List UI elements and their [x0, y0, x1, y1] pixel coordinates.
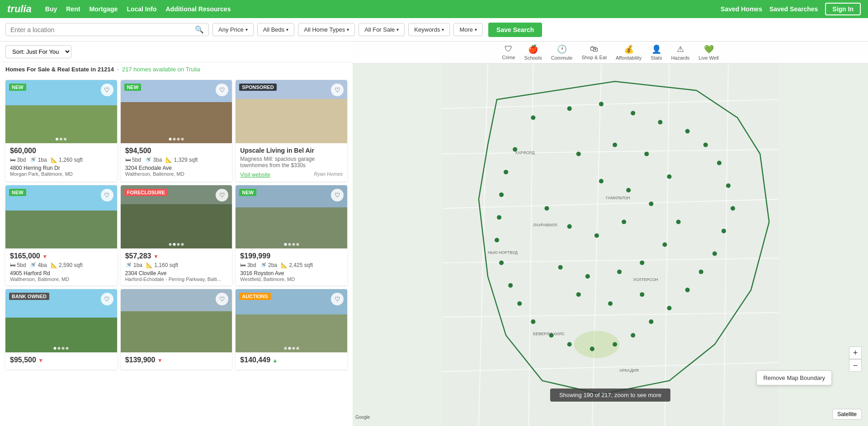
map-status-bar: Showing 190 of 217, zoom to see more [550, 389, 670, 402]
location-input[interactable] [10, 26, 195, 33]
listing-badge: NEW [9, 189, 26, 196]
keywords-filter[interactable]: Keywords ▾ [408, 23, 450, 36]
svg-text:ХАРФОРД: ХАРФОРД [515, 150, 534, 155]
favorite-button[interactable]: ♡ [331, 84, 344, 96]
saved-homes-link[interactable]: Saved Homes [721, 5, 762, 13]
price-arrow-down-icon: ▼ [157, 357, 163, 364]
listing-location: Morgan Park, Baltimore, MD [10, 171, 113, 177]
listing-address: 3016 Royston Ave [240, 270, 343, 276]
svg-text:АРКАДИЯ: АРКАДИЯ [619, 368, 639, 373]
svg-point-57 [662, 242, 667, 247]
commute-icon: 🕐 [557, 44, 567, 54]
listing-address: 4800 Herring Run Dr [10, 165, 113, 171]
satellite-button[interactable]: Satellite [832, 409, 862, 420]
listing-card[interactable]: NEW ♡ $165,000 ▼ 🛏 5bd 🚿 4ba 📐 2,590 sqf… [5, 185, 117, 286]
zoom-out-button[interactable]: − [849, 359, 862, 372]
price-filter[interactable]: Any Price ▾ [212, 23, 254, 36]
sale-filter[interactable]: All For Sale ▾ [359, 23, 405, 36]
listing-image-wrap: FORECLOSURE ♡ [121, 185, 232, 248]
listing-card[interactable]: AUCTIONS ♡ $140,449 ▲ [236, 289, 347, 370]
main-layout: Sort: Just For You Homes For Sale & Real… [0, 42, 868, 426]
listing-card[interactable]: NEW ♡ $94,500 🛏 5bd 🚿 3ba 📐 1,329 sqft 3… [121, 80, 232, 182]
listing-card[interactable]: SPONSORED ♡ Upscale Living in Bel Air Ma… [236, 80, 347, 182]
nav-buy[interactable]: Buy [45, 5, 57, 13]
livewell-icon: 💚 [704, 44, 714, 54]
map-icon-commute[interactable]: 🕐Commute [551, 44, 573, 61]
search-button[interactable]: 🔍 [195, 25, 204, 34]
map-icon-stats[interactable]: 👤Stats [651, 44, 662, 61]
listing-info: $199,999 🛏 3bd 🚿 2ba 📐 2,425 sqft 3016 R… [236, 248, 347, 286]
nav-additional-resources[interactable]: Additional Resources [166, 5, 231, 13]
dot [64, 138, 66, 140]
map-icon-livewell[interactable]: 💚Live Well [698, 44, 718, 61]
favorite-button[interactable]: ♡ [331, 293, 344, 305]
map-icon-schools[interactable]: 🍎Schools [524, 44, 542, 61]
dot [296, 347, 299, 350]
trulia-logo[interactable]: trulia [7, 3, 32, 15]
map-icon-shop[interactable]: 🛍Shop & Eat [581, 44, 607, 61]
svg-point-48 [649, 201, 653, 206]
favorite-button[interactable]: ♡ [101, 84, 113, 96]
dot [54, 347, 57, 350]
svg-point-55 [617, 270, 622, 274]
svg-point-51 [567, 224, 572, 229]
sign-in-button[interactable]: Sign In [825, 3, 861, 15]
listing-card[interactable]: FORECLOSURE ♡ $57,283 ▼ 🚿 1ba 📐 1,160 sq… [121, 185, 232, 286]
nav-local-info[interactable]: Local Info [127, 5, 156, 13]
svg-point-58 [676, 220, 681, 224]
svg-point-56 [640, 261, 644, 265]
listing-location: Waltherson, Baltimore, MD [125, 171, 228, 177]
saved-searches-link[interactable]: Saved Searches [769, 5, 818, 13]
more-filter[interactable]: More ▾ [453, 23, 483, 36]
left-panel: Sort: Just For You Homes For Sale & Real… [0, 42, 353, 426]
map-icon-hazards[interactable]: ⚠Hazards [671, 44, 689, 61]
listing-price: $199,999 [240, 252, 343, 260]
remove-boundary-button[interactable]: Remove Map Boundary [756, 370, 832, 385]
svg-point-52 [544, 206, 549, 211]
home-types-filter[interactable]: All Home Types ▾ [298, 23, 355, 36]
nav-mortgage[interactable]: Mortgage [89, 5, 118, 13]
svg-point-24 [722, 229, 726, 233]
dot [169, 243, 171, 246]
listing-card[interactable]: ♡ $139,900 ▼ [121, 289, 232, 370]
svg-point-23 [731, 206, 735, 211]
dot [66, 347, 69, 350]
listing-card[interactable]: NEW ♡ $199,999 🛏 3bd 🚿 2ba 📐 2,425 sqft … [236, 185, 347, 286]
map-zoom-buttons: + − [849, 346, 862, 372]
dot [288, 243, 291, 246]
dot [292, 243, 295, 246]
svg-text:ГАМИЛЬТОН: ГАМИЛЬТОН [606, 196, 630, 200]
results-count-link[interactable]: 217 homes available on Trulia [122, 66, 200, 73]
sort-bar: Sort: Just For You [0, 42, 353, 62]
listing-badge: NEW [239, 189, 256, 196]
favorite-button[interactable]: ♡ [101, 293, 113, 305]
listing-info: $94,500 🛏 5bd 🚿 3ba 📐 1,329 sqft 3204 Ec… [121, 143, 232, 180]
sort-select[interactable]: Sort: Just For You [5, 45, 71, 58]
svg-point-19 [685, 129, 690, 134]
beds-filter[interactable]: All Beds ▾ [257, 23, 295, 36]
favorite-button[interactable]: ♡ [331, 189, 344, 201]
listing-image-wrap: BANK OWNED ♡ [5, 289, 117, 352]
beds: 🛏 5bd [10, 262, 26, 268]
zoom-in-button[interactable]: + [849, 346, 862, 359]
sqft: 📐 2,425 sqft [281, 262, 313, 268]
sponsored-link[interactable]: Visit website [240, 172, 270, 178]
listing-info: $57,283 ▼ 🚿 1ba 📐 1,160 sqft 2304 Clovil… [121, 248, 232, 286]
map-icon-afford[interactable]: 💰Affordability [616, 44, 642, 61]
baths: 🚿 1ba [125, 262, 142, 268]
svg-point-53 [558, 265, 563, 270]
svg-point-59 [599, 179, 604, 183]
save-search-button[interactable]: Save Search [488, 23, 542, 37]
map-icon-crime[interactable]: 🛡Crime [502, 44, 515, 61]
listing-address: 4905 Harford Rd [10, 270, 113, 276]
svg-point-14 [531, 115, 535, 120]
nav-rent[interactable]: Rent [66, 5, 80, 13]
listing-badge: AUCTIONS [239, 293, 270, 300]
location-input-wrap[interactable]: 🔍 [5, 23, 209, 36]
listing-card[interactable]: BANK OWNED ♡ $95,500 ▼ [5, 289, 117, 370]
listing-card[interactable]: NEW ♡ $60,000 🛏 3bd 🚿 1ba 📐 1,260 sqft 4… [5, 80, 117, 182]
favorite-button[interactable]: ♡ [101, 189, 113, 201]
listings-grid: NEW ♡ $60,000 🛏 3bd 🚿 1ba 📐 1,260 sqft 4… [0, 75, 353, 375]
chevron-down-icon: ▾ [442, 27, 444, 32]
map-container: 🛡Crime🍎Schools🕐Commute🛍Shop & Eat💰Afford… [353, 42, 868, 426]
